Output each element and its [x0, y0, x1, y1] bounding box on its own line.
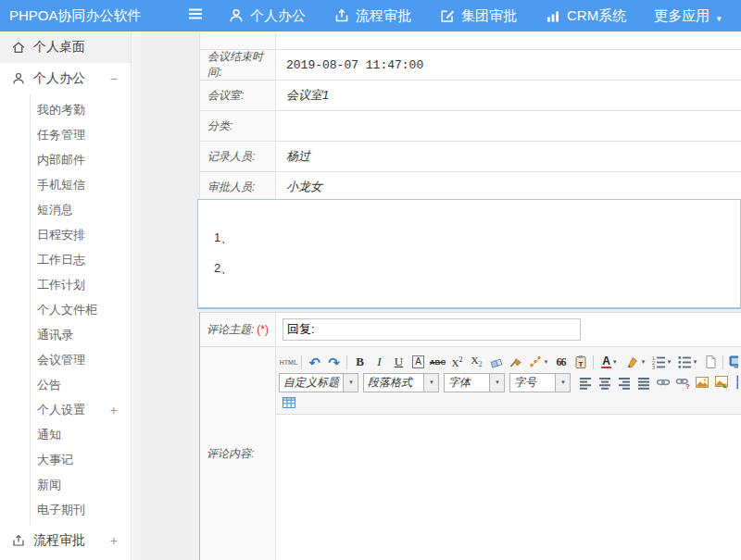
- align-justify-button[interactable]: [634, 373, 653, 392]
- editor-select-2[interactable]: 字体▼: [444, 373, 505, 392]
- undo-button[interactable]: ↶: [305, 353, 324, 371]
- nav-item-2[interactable]: 集团审批: [439, 7, 517, 25]
- highlight-icon: [625, 355, 640, 369]
- expand-toggle-icon[interactable]: +: [110, 403, 118, 417]
- bold-button[interactable]: B: [350, 353, 370, 371]
- html-source-button[interactable]: HTML: [279, 353, 298, 371]
- caret-down-icon[interactable]: ▼: [555, 374, 570, 392]
- unlink-button[interactable]: ?: [672, 373, 692, 392]
- nav-item-1[interactable]: 流程审批: [333, 7, 411, 25]
- autotypeset-button[interactable]: ▼: [525, 353, 551, 371]
- sidebar-subitem-7[interactable]: 日程安排: [31, 222, 131, 247]
- sidebar-item-0[interactable]: 个人桌面: [0, 31, 131, 63]
- editor-select-1[interactable]: 段落格式▼: [363, 373, 439, 392]
- detail-row-4: 记录人员:杨过: [200, 142, 741, 172]
- nav-item-4[interactable]: 更多应用▼: [654, 7, 722, 25]
- summary-line-0: 1、: [198, 222, 740, 253]
- editor-select-3[interactable]: 字号▼: [509, 373, 571, 392]
- editor-select-label: 自定义标题: [280, 375, 343, 391]
- sidebar-subitem-18[interactable]: 电子期刊: [31, 497, 131, 522]
- caret-down-icon[interactable]: ▼: [343, 374, 358, 392]
- paste-text-button[interactable]: T: [571, 353, 590, 371]
- ordered-list-button[interactable]: 123▼: [648, 353, 674, 371]
- sidebar-subitem-label: 工作计划: [37, 277, 85, 293]
- insert-table-button[interactable]: [279, 393, 298, 412]
- sidebar-subitem-9[interactable]: 工作计划: [31, 272, 131, 297]
- nav-item-3[interactable]: CRM系统: [545, 7, 626, 25]
- subscript-button[interactable]: X2: [467, 353, 486, 371]
- detail-row-1: 会议结束时间:2019-08-07 11:47:00: [200, 50, 741, 81]
- sidebar-subitem-16[interactable]: 大事记: [31, 447, 131, 472]
- sidebar-subitem-2[interactable]: 我的考勤: [31, 97, 131, 122]
- link-button[interactable]: [653, 373, 672, 392]
- caret-down-icon[interactable]: ▼: [423, 374, 438, 392]
- approve-icon: [439, 7, 456, 24]
- blockquote-button[interactable]: 66: [551, 353, 571, 371]
- highlight-button[interactable]: ▼: [622, 353, 648, 371]
- sidebar-subitem-label: 短消息: [37, 202, 73, 218]
- preview-button[interactable]: [726, 353, 738, 371]
- sidebar: 个人桌面个人办公−我的考勤任务管理内部邮件手机短信短消息日程安排工作日志工作计划…: [0, 31, 131, 560]
- strikethrough-button[interactable]: ABC: [428, 353, 447, 371]
- format-brush-button[interactable]: [506, 353, 525, 371]
- font-color-button[interactable]: A▼: [597, 353, 622, 371]
- sidebar-subitem-label: 工作日志: [37, 252, 85, 268]
- chart-icon: [545, 7, 561, 24]
- caret-down-icon[interactable]: ▼: [489, 374, 504, 392]
- font-style-button[interactable]: A: [408, 353, 428, 371]
- sidebar-subitem-label: 手机短信: [37, 177, 85, 193]
- editor-content-area[interactable]: [276, 415, 741, 560]
- font-color-icon: A: [601, 355, 611, 368]
- unordered-list-button[interactable]: ▼: [674, 353, 700, 371]
- unordered-list-icon: [677, 355, 692, 369]
- sidebar-subitem-10[interactable]: 个人文件柜: [31, 297, 131, 322]
- sidebar-item-label: 个人桌面: [33, 39, 85, 56]
- editor-select-0[interactable]: 自定义标题▼: [279, 373, 358, 392]
- sidebar-subitem-4[interactable]: 内部邮件: [31, 147, 131, 172]
- summary-line-1: 2、: [198, 253, 740, 283]
- new-page-button[interactable]: [700, 353, 720, 371]
- sidebar-subitem-15[interactable]: 通知: [31, 422, 131, 447]
- expand-toggle-icon[interactable]: +: [110, 533, 118, 548]
- sidebar-subitem-14[interactable]: 个人设置+: [31, 397, 131, 422]
- superscript-button[interactable]: X2: [447, 353, 467, 371]
- link-icon: [656, 375, 671, 390]
- sidebar-item-1[interactable]: 个人办公−: [0, 63, 131, 94]
- sidebar-item-19[interactable]: 流程审批+: [0, 525, 131, 556]
- process-gray-icon: [11, 533, 26, 548]
- align-left-button[interactable]: [575, 373, 595, 392]
- sidebar-subitem-12[interactable]: 会议管理: [31, 347, 131, 372]
- svg-text:?: ?: [685, 382, 690, 390]
- underline-button[interactable]: U: [389, 353, 408, 371]
- detail-row-label-cell: 记录人员:: [200, 142, 276, 171]
- detail-row-label-cell: 会议室:: [200, 81, 276, 110]
- align-right-button[interactable]: [614, 373, 634, 392]
- align-center-button[interactable]: [595, 373, 614, 392]
- detail-row-label: 记录人员:: [207, 149, 255, 165]
- sidebar-subitem-11[interactable]: 通讯录: [31, 322, 131, 347]
- sidebar-subitem-5[interactable]: 手机短信: [31, 172, 131, 197]
- redo-button[interactable]: ↷: [324, 353, 344, 371]
- toolbar-separator: [301, 355, 302, 369]
- sidebar-subitem-6[interactable]: 短消息: [31, 197, 131, 222]
- comment-content-row: 评论内容: HTML↶↷BIUAABCX2X2▼66TA▼▼123▼▼ 自定义标…: [200, 347, 741, 560]
- svg-text:3: 3: [652, 365, 655, 370]
- expand-toggle-icon[interactable]: −: [110, 71, 118, 86]
- hamburger-menu-button[interactable]: [187, 6, 204, 26]
- sidebar-subitem-8[interactable]: 工作日志: [31, 247, 131, 272]
- editor-select-label: 字号: [510, 375, 555, 391]
- detail-row-value: 会议室1: [276, 81, 741, 110]
- sidebar-subitem-label: 内部邮件: [37, 152, 85, 168]
- sidebar-subitem-13[interactable]: 公告: [31, 372, 131, 397]
- comment-subject-input[interactable]: [283, 318, 581, 341]
- main-content: 会议结束时间:2019-08-07 11:47:00会议室:会议室1分类:记录人…: [141, 31, 741, 560]
- nav-item-0[interactable]: 个人办公: [228, 7, 306, 25]
- screenshot-button[interactable]: [711, 373, 731, 392]
- image-button[interactable]: [692, 373, 711, 392]
- eraser-button[interactable]: [486, 353, 506, 371]
- italic-button[interactable]: I: [370, 353, 389, 371]
- media-button[interactable]: [731, 373, 738, 392]
- editor-select-label: 字体: [445, 375, 489, 391]
- sidebar-subitem-17[interactable]: 新闻: [31, 472, 131, 497]
- sidebar-subitem-3[interactable]: 任务管理: [31, 122, 131, 147]
